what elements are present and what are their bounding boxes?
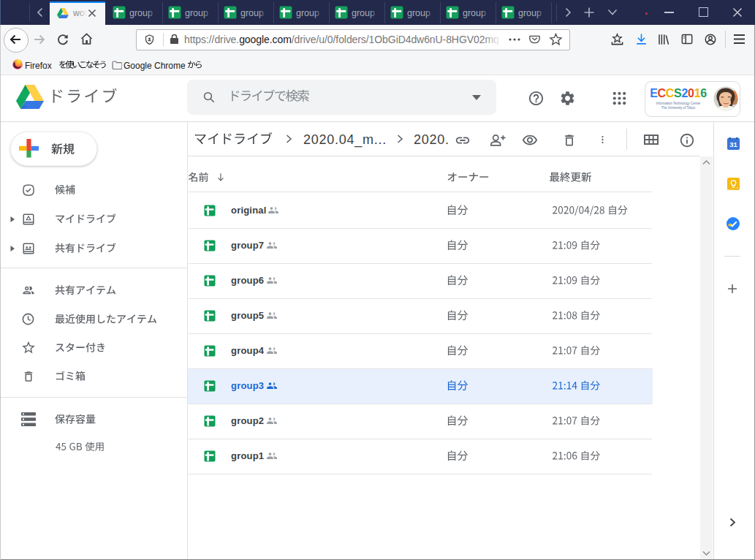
svg-text:31: 31 <box>729 140 737 148</box>
